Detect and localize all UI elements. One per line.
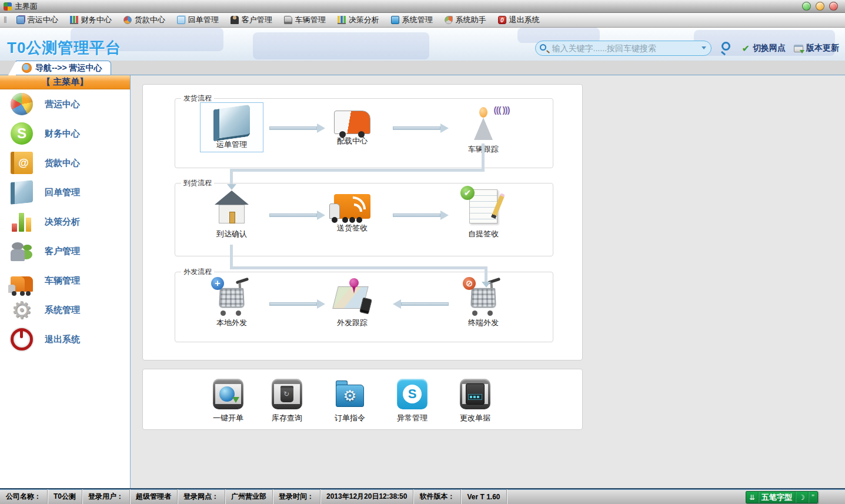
- ime-fullhalf-icon[interactable]: ☽: [796, 492, 809, 503]
- window-title: 主界面: [15, 1, 38, 12]
- menu-item-customer[interactable]: 客户管理: [225, 13, 278, 28]
- sidebar-item-payment[interactable]: @ 货款中心: [0, 148, 130, 178]
- house-icon: [213, 189, 250, 226]
- flow-item-label: 自提签收: [454, 229, 513, 239]
- truck-icon: [11, 276, 33, 292]
- title-bar: 主界面: [0, 0, 845, 13]
- globe-icon: [22, 63, 32, 73]
- sidebar-header: 【 主菜单】: [0, 75, 130, 89]
- sidebar-item-receipt[interactable]: 回单管理: [0, 178, 130, 207]
- search-input[interactable]: [535, 41, 712, 56]
- menu-item-label: 系统助手: [456, 15, 486, 25]
- search-button[interactable]: [720, 41, 734, 55]
- map-decoration: [253, 32, 429, 59]
- customer-icon: [231, 16, 239, 24]
- flow-arrow-right: [269, 211, 325, 220]
- menu-item-label: 客户管理: [242, 15, 272, 25]
- shortcut-label: 一键开单: [205, 413, 252, 423]
- sidebar-item-label: 退出系统: [45, 334, 80, 345]
- flow-item-selfpickup-sign[interactable]: ✔ 自提签收: [454, 189, 513, 239]
- menu-item-payment[interactable]: 货款中心: [118, 13, 171, 28]
- update-window-icon: [794, 45, 803, 52]
- flow-item-label: 外发跟踪: [323, 318, 382, 328]
- menu-bar: ‖ 营运中心 财务中心 货款中心 回单管理 客户管理 车辆管理 决策分析 系统管…: [0, 13, 845, 28]
- globe-download-icon: [213, 379, 243, 409]
- version-update-button[interactable]: 版本更新: [794, 43, 839, 54]
- flow-panel: 发货流程 运单管理 配载中心 ((( ))) 车辆跟踪: [142, 84, 583, 361]
- sidebar-item-analysis[interactable]: 决策分析: [0, 207, 130, 236]
- app-logo-icon: [4, 2, 12, 11]
- menu-item-assistant[interactable]: 系统助手: [439, 13, 492, 28]
- power-icon: [11, 328, 33, 351]
- sidebar-item-customer[interactable]: 客户管理: [0, 236, 130, 266]
- waybill-book-icon: [213, 105, 250, 142]
- sidebar-item-finance[interactable]: S 财务中心: [0, 119, 130, 148]
- ime-mode-label[interactable]: 五笔字型: [759, 492, 796, 503]
- menu-item-label: 回单管理: [188, 15, 219, 25]
- search-dropdown-icon[interactable]: [702, 46, 706, 49]
- header-banner: T0公测管理平台 ✔ 切换网点 版本更新: [0, 28, 845, 61]
- sidebar-item-exit[interactable]: 退出系统: [0, 325, 130, 354]
- flow-item-local-outsource[interactable]: + 本地外发: [202, 278, 261, 328]
- ime-chevron-icon[interactable]: ⇊: [746, 492, 759, 503]
- flow-item-label: 配载中心: [323, 136, 382, 146]
- status-version-value: Ver T 1.60: [461, 489, 506, 504]
- menu-item-label: 营运中心: [28, 15, 58, 25]
- status-company-value: T0公测: [48, 489, 82, 504]
- switch-site-label: 切换网点: [753, 43, 786, 54]
- shortcut-label: 异常管理: [389, 413, 436, 423]
- sidebar-item-label: 客户管理: [45, 246, 80, 257]
- tab-navigation-operations[interactable]: 导航-->> 营运中心: [15, 61, 111, 75]
- shortcut-quick-order[interactable]: 一键开单: [205, 379, 252, 423]
- menu-item-finance[interactable]: 财务中心: [64, 13, 118, 28]
- flow-item-label: 送货签收: [323, 223, 382, 233]
- section-legend: 外发流程: [181, 267, 214, 277]
- flow-item-arrival-confirm[interactable]: 到达确认: [202, 189, 261, 239]
- ime-punct-icon[interactable]: ’’: [809, 492, 817, 503]
- app-title: T0公测管理平台: [7, 38, 121, 58]
- flow-item-outsource-tracking[interactable]: 外发跟踪: [323, 278, 382, 328]
- cart-plus-icon: +: [213, 278, 250, 315]
- tab-bar: 导航-->> 营运中心: [0, 61, 845, 75]
- flow-item-label: 到达确认: [202, 229, 261, 239]
- folder-gear-icon: ⚙: [335, 379, 365, 409]
- flow-item-loading-center[interactable]: 配载中心: [323, 105, 382, 146]
- shortcut-exception-mgmt[interactable]: S 异常管理: [389, 379, 436, 423]
- vehicle-icon: [284, 16, 292, 24]
- menu-item-operations[interactable]: 营运中心: [11, 13, 64, 28]
- exit-icon: 0: [498, 16, 506, 24]
- menu-item-vehicle[interactable]: 车辆管理: [278, 13, 332, 28]
- minimize-button[interactable]: [802, 2, 811, 11]
- shortcut-order-instruction[interactable]: ⚙ 订单指令: [326, 379, 373, 423]
- flow-connector-arrow: [482, 282, 491, 288]
- status-user-value: 超级管理者: [130, 489, 178, 504]
- check-icon: ✔: [742, 43, 750, 54]
- shortcut-modify-document[interactable]: 更改单据: [452, 379, 499, 423]
- toolbar-grip: ‖: [4, 15, 7, 25]
- sidebar-item-operations[interactable]: 营运中心: [0, 89, 130, 119]
- pie-icon: [11, 93, 33, 115]
- shortcut-stock-query[interactable]: 库存查询: [263, 379, 310, 423]
- flow-item-delivery-sign[interactable]: 送货签收: [323, 189, 382, 233]
- menu-item-system[interactable]: 系统管理: [385, 13, 439, 28]
- tab-label: 导航-->> 营运中心: [35, 63, 102, 74]
- close-button[interactable]: [829, 2, 838, 11]
- sidebar-item-system[interactable]: ⚙ 系统管理: [0, 295, 130, 325]
- ime-toolbar[interactable]: ⇊ 五笔字型 ☽ ’’: [746, 491, 818, 503]
- switch-site-button[interactable]: ✔ 切换网点: [742, 43, 786, 54]
- flow-arrow-right: [393, 211, 449, 220]
- trash-icon: [272, 379, 302, 409]
- flow-item-waybill[interactable]: 运单管理: [202, 105, 261, 150]
- sidebar-item-label: 财务中心: [45, 128, 80, 139]
- analysis-icon: [338, 16, 346, 24]
- signal-waves: ((( ))): [483, 105, 520, 115]
- menu-item-exit[interactable]: 0 退出系统: [492, 13, 546, 28]
- status-site-label: 登录网点：: [178, 489, 225, 504]
- status-logintime-value: 2013年12月20日12:38:50: [320, 489, 413, 504]
- sidebar-item-label: 回单管理: [45, 187, 80, 198]
- sidebar-item-vehicle[interactable]: 车辆管理: [0, 266, 130, 295]
- menu-item-analysis[interactable]: 决策分析: [332, 13, 385, 28]
- menu-item-receipt[interactable]: 回单管理: [171, 13, 225, 28]
- maximize-button[interactable]: [816, 2, 824, 11]
- sidebar-item-label: 营运中心: [45, 99, 80, 110]
